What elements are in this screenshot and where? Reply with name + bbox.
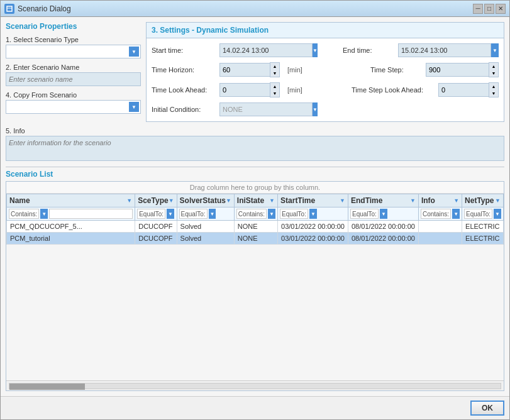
info-textarea[interactable]: [6, 136, 504, 161]
filter-nettype[interactable]: EqualTo:▼: [462, 207, 504, 221]
settings-header: 3. Settings - Dynamic Simulation: [147, 23, 504, 38]
col-name[interactable]: Name▼: [7, 194, 135, 207]
time-step-look-ahead-spinner: ▲ ▼: [489, 82, 499, 97]
time-step-down[interactable]: ▼: [489, 70, 498, 77]
copy-scenario-arrow[interactable]: ▼: [129, 102, 139, 112]
window-icon: [4, 4, 14, 14]
close-button[interactable]: ✕: [496, 4, 506, 14]
filter-row: Contains:▼ EqualTo:▼ EqualTo:▼ Contains:…: [7, 207, 504, 221]
filter-name[interactable]: Contains:▼: [7, 207, 135, 221]
start-time-field[interactable]: ▼: [219, 43, 314, 57]
step2-label: 2. Enter Scenario Name: [6, 64, 141, 71]
end-time-field[interactable]: ▼: [398, 43, 499, 57]
time-step-look-ahead-up[interactable]: ▲: [489, 83, 498, 90]
window-controls: ─ □ ✕: [473, 4, 506, 14]
footer: OK: [1, 396, 509, 419]
end-time-input[interactable]: [398, 43, 491, 57]
time-step-look-ahead-field: ▲ ▼: [438, 82, 499, 97]
initial-condition-label: Initial Condition:: [152, 106, 214, 113]
time-horizon-field: ▲ ▼: [219, 62, 280, 77]
time-step-look-ahead-label: Time Step Look Ahead:: [352, 86, 433, 94]
time-row: Start time: ▼ End time: ▼: [152, 43, 499, 57]
scenario-name-input[interactable]: [6, 72, 141, 86]
ok-button[interactable]: OK: [470, 401, 504, 416]
time-step-up[interactable]: ▲: [489, 63, 498, 70]
start-time-label: Start time:: [152, 47, 214, 54]
settings-panel: 3. Settings - Dynamic Simulation Start t…: [146, 22, 504, 122]
table-row[interactable]: PCM_tutorialDCUCOPFSolvedNONE03/01/2022 …: [7, 233, 504, 245]
time-step-look-ahead-down[interactable]: ▼: [489, 90, 498, 97]
info-section: 5. Info: [1, 127, 509, 163]
settings-content: Start time: ▼ End time: ▼: [147, 38, 504, 121]
step1-label: 1. Select Scenario Type: [6, 36, 141, 43]
time-step-look-ahead-input[interactable]: [438, 83, 489, 97]
initial-condition-field[interactable]: ▼: [219, 102, 314, 116]
table-header-row: Name▼ SceType▼ SolverStatus▼ IniState▼ S…: [7, 194, 504, 207]
col-solverstatus[interactable]: SolverStatus▼: [177, 194, 234, 207]
top-section: Scenario Properties 1. Select Scenario T…: [1, 17, 509, 127]
filter-info[interactable]: Contains:▼: [418, 207, 462, 221]
end-time-dropdown-btn[interactable]: ▼: [491, 43, 499, 57]
info-step-label: 5. Info: [6, 127, 504, 135]
col-info[interactable]: Info▼: [418, 194, 462, 207]
table-body: PCM_QDCUCOPF_5...DCUCOPFSolvedNONE03/01/…: [7, 221, 504, 245]
time-look-ahead-field: ▲ ▼: [219, 82, 280, 97]
time-step-label: Time Step:: [370, 66, 421, 74]
restore-button[interactable]: □: [484, 4, 494, 14]
bottom-section: Scenario List Drag column here to group …: [1, 167, 509, 396]
time-horizon-down[interactable]: ▼: [270, 70, 279, 77]
scenario-list-header: Scenario List: [6, 167, 504, 181]
time-horizon-up[interactable]: ▲: [270, 63, 279, 70]
filter-solverstatus[interactable]: EqualTo:▼: [177, 207, 234, 221]
initial-condition-row: Initial Condition: ▼: [152, 102, 499, 116]
svg-rect-0: [7, 6, 12, 11]
time-horizon-unit: [min]: [287, 66, 302, 74]
filter-name-input[interactable]: [49, 209, 133, 219]
col-inistate[interactable]: IniState▼: [234, 194, 277, 207]
filter-endtime[interactable]: EqualTo:▼: [348, 207, 418, 221]
scenario-dialog: Scenario Dialog ─ □ ✕ Scenario Propertie…: [0, 0, 510, 420]
time-look-ahead-unit: [min]: [287, 86, 302, 94]
filter-starttime[interactable]: EqualTo:▼: [278, 207, 348, 221]
filter-inistate[interactable]: Contains:▼: [234, 207, 277, 221]
col-starttime[interactable]: StartTime▼: [278, 194, 348, 207]
time-horizon-input[interactable]: [219, 63, 270, 77]
time-horizon-label: Time Horizon:: [152, 66, 214, 74]
window-title: Scenario Dialog: [18, 4, 473, 13]
time-step-spinner: ▲ ▼: [489, 62, 499, 77]
end-time-label: End time:: [343, 47, 393, 54]
scrollbar-area: [6, 380, 504, 390]
scenario-table: Name▼ SceType▼ SolverStatus▼ IniState▼ S…: [6, 194, 504, 245]
time-step-input[interactable]: [426, 63, 489, 77]
time-look-ahead-up[interactable]: ▲: [270, 83, 279, 90]
start-time-input[interactable]: [219, 43, 313, 57]
drag-hint: Drag column here to group by this column…: [6, 182, 504, 194]
minimize-button[interactable]: ─: [473, 4, 483, 14]
table-row[interactable]: PCM_QDCUCOPF_5...DCUCOPFSolvedNONE03/01/…: [7, 221, 504, 233]
time-step-field: ▲ ▼: [426, 62, 499, 77]
main-content: Scenario Properties 1. Select Scenario T…: [1, 17, 509, 396]
table-wrapper[interactable]: Name▼ SceType▼ SolverStatus▼ IniState▼ S…: [6, 194, 504, 380]
scenario-type-arrow[interactable]: ▼: [129, 47, 139, 57]
scenario-list-table-container: Drag column here to group by this column…: [6, 181, 504, 391]
time-look-ahead-down[interactable]: ▼: [270, 90, 279, 97]
time-look-ahead-input[interactable]: [219, 83, 270, 97]
copy-scenario-dropdown[interactable]: ▼: [6, 100, 141, 114]
time-look-ahead-spinner: ▲ ▼: [270, 82, 280, 97]
left-panel: Scenario Properties 1. Select Scenario T…: [6, 22, 141, 122]
time-look-ahead-label: Time Look Ahead:: [152, 86, 214, 94]
filter-scetype[interactable]: EqualTo:▼: [135, 207, 177, 221]
scenario-properties-label: Scenario Properties: [6, 22, 141, 31]
initial-condition-input[interactable]: [219, 102, 313, 116]
col-endtime[interactable]: EndTime▼: [348, 194, 418, 207]
scenario-type-dropdown[interactable]: ▼: [6, 45, 141, 58]
scrollbar-thumb[interactable]: [9, 384, 85, 390]
col-scetype[interactable]: SceType▼: [135, 194, 177, 207]
start-time-dropdown-btn[interactable]: ▼: [313, 43, 318, 57]
time-horizon-spinner: ▲ ▼: [270, 62, 280, 77]
horizon-row: Time Horizon: ▲ ▼ [min] Time Step:: [152, 62, 499, 77]
initial-condition-dropdown-btn[interactable]: ▼: [313, 102, 318, 116]
lookahead-row: Time Look Ahead: ▲ ▼ [min] Time Step Loo…: [152, 82, 499, 97]
col-nettype[interactable]: NetType▼: [462, 194, 504, 207]
scrollbar-track[interactable]: [9, 383, 501, 389]
